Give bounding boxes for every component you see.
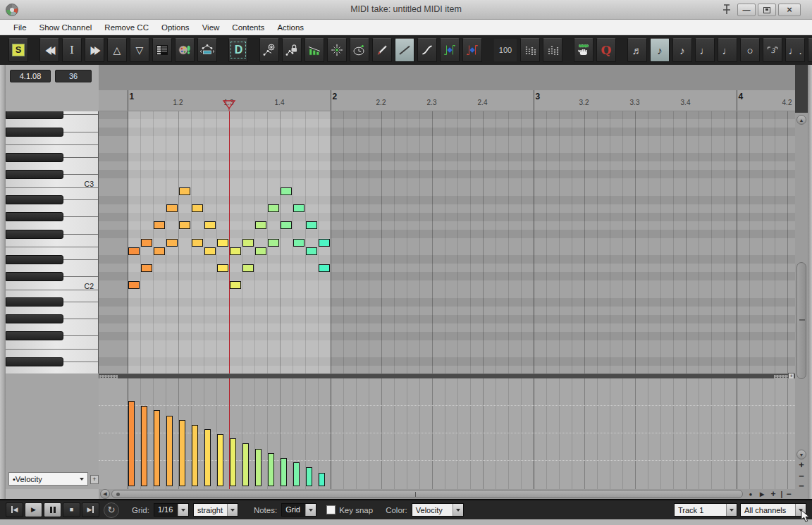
midi-wheel-button[interactable] <box>259 38 279 62</box>
note-grid-sync-button[interactable]: +▸▸ <box>808 38 812 62</box>
piano-key-white[interactable] <box>6 264 99 272</box>
channel-filter-select[interactable]: All channels <box>740 503 806 517</box>
velocity-bar[interactable] <box>128 401 135 486</box>
edit-cursor-button[interactable]: I <box>62 38 82 62</box>
playhead-marker[interactable] <box>222 99 236 111</box>
midi-note[interactable] <box>306 247 317 255</box>
piano-key-black-cap[interactable] <box>6 331 63 340</box>
piano-key-black-cap[interactable] <box>6 128 63 137</box>
scroll-up-button[interactable]: ▲ <box>796 115 806 125</box>
note-triplet-button[interactable]: 3 <box>763 38 782 62</box>
time-offset-button[interactable] <box>350 38 369 62</box>
repeat-button[interactable]: ↻ <box>104 502 119 518</box>
quantize-button[interactable]: Q <box>596 38 616 62</box>
vertical-shrink-button[interactable]: − <box>796 481 806 491</box>
add-cc-lane-button[interactable]: + <box>90 475 99 484</box>
velocity-bar[interactable] <box>179 420 185 486</box>
quantize-grid-button[interactable] <box>520 38 540 62</box>
note-grid[interactable] <box>99 111 795 373</box>
piano-key-white[interactable] <box>6 307 99 315</box>
dock-editor-button[interactable]: D <box>228 38 248 62</box>
midi-note[interactable] <box>281 187 292 195</box>
scroll-play-button[interactable]: ▶ <box>757 489 767 499</box>
minimize-button[interactable]: — <box>737 4 756 16</box>
midi-note[interactable] <box>192 204 203 212</box>
midi-note[interactable] <box>319 264 330 272</box>
midi-note[interactable] <box>166 204 178 212</box>
midi-note[interactable] <box>192 239 203 247</box>
note-length-1-button[interactable]: ○ <box>740 38 760 62</box>
line-tool-button[interactable] <box>395 38 414 62</box>
piano-key-white[interactable] <box>6 323 99 332</box>
midi-note[interactable] <box>166 239 178 247</box>
piano-key-black-cap[interactable] <box>6 297 63 307</box>
note-length-select[interactable]: Grid <box>281 503 316 517</box>
note-length-16-button[interactable]: ♪ <box>650 38 670 62</box>
marker-red-button[interactable] <box>462 38 482 62</box>
velocity-bar[interactable] <box>192 425 198 486</box>
play-button[interactable]: ▶ <box>25 502 42 517</box>
midi-note[interactable] <box>242 264 254 272</box>
grid-size-select[interactable]: 1/16 <box>154 503 189 517</box>
midi-note[interactable] <box>128 247 140 255</box>
piano-key-white[interactable] <box>6 247 99 255</box>
note-length-32-button[interactable]: ♬ <box>627 38 647 62</box>
midi-note[interactable] <box>268 239 279 247</box>
midi-note[interactable] <box>319 239 330 247</box>
menu-item-view[interactable]: View <box>196 21 226 34</box>
velocity-bar[interactable] <box>154 410 160 486</box>
piano-key-white[interactable] <box>6 187 99 196</box>
piano-key-white[interactable] <box>6 144 99 153</box>
color-mode-select[interactable]: Velocity <box>412 503 464 517</box>
scatter-notes-button[interactable] <box>327 38 347 62</box>
velocity-bar[interactable] <box>166 416 173 486</box>
piano-key-white[interactable] <box>6 290 99 298</box>
midi-note[interactable] <box>179 221 190 229</box>
piano-key-white[interactable] <box>6 119 99 128</box>
color-palette-button[interactable] <box>175 38 195 62</box>
cc-lane-select[interactable]: •Velocity <box>8 472 88 486</box>
midi-note[interactable] <box>179 187 190 195</box>
note-dotted-button[interactable]: ♩. <box>785 38 805 62</box>
close-button[interactable]: × <box>778 4 801 16</box>
velocity-bar[interactable] <box>255 449 262 486</box>
lane-divider[interactable]: + <box>99 373 795 378</box>
vertical-zoom-out-button[interactable]: − <box>796 471 806 481</box>
piano-key-black-cap[interactable] <box>6 170 63 179</box>
note-length-2-button[interactable]: ♩ <box>718 38 737 62</box>
source-s-button[interactable]: S <box>8 38 28 62</box>
midi-note[interactable] <box>128 281 140 289</box>
midi-note[interactable] <box>204 247 216 255</box>
velocity-bar[interactable] <box>319 473 325 486</box>
velocity-bar[interactable] <box>217 434 223 486</box>
piano-key-black-cap[interactable] <box>6 212 63 221</box>
midi-note[interactable] <box>141 239 152 247</box>
horizontal-zoom-out-button[interactable]: − <box>784 489 794 499</box>
piano-key-white[interactable] <box>6 136 99 144</box>
velocity-bar[interactable] <box>230 438 236 486</box>
piano-key-black-cap[interactable] <box>6 357 63 366</box>
piano-key-black-cap[interactable] <box>6 314 63 323</box>
nudge-up-button[interactable]: △ <box>107 38 127 62</box>
vertical-scrollbar[interactable]: ▲ ▼ + − − <box>795 65 808 499</box>
midi-note[interactable] <box>268 204 279 212</box>
go-to-end-button[interactable]: ▶ <box>82 502 99 517</box>
velocity-bar[interactable] <box>281 458 287 486</box>
curve-tool-button[interactable] <box>417 38 437 62</box>
note-length-4-button[interactable]: ♩ <box>695 38 715 62</box>
piano-key-white[interactable] <box>6 238 99 247</box>
timeline-ruler[interactable]: 11.21.31.422.22.32.433.23.33.444.2 <box>99 90 795 111</box>
vertical-scroll-thumb[interactable] <box>796 262 806 379</box>
step-input-button[interactable] <box>197 38 217 62</box>
piano-key-black-cap[interactable] <box>6 230 63 239</box>
pin-icon[interactable] <box>720 3 733 17</box>
quantize-swing-button[interactable] <box>543 38 562 62</box>
scroll-down-button[interactable]: ▼ <box>796 450 806 459</box>
vertical-zoom-in-button[interactable]: + <box>796 459 806 470</box>
midi-note[interactable] <box>255 247 266 255</box>
midi-note[interactable] <box>293 204 304 212</box>
piano-key-black-cap[interactable] <box>6 255 63 264</box>
menu-item-show-channel[interactable]: Show Channel <box>33 21 99 34</box>
marker-green-button[interactable] <box>440 38 460 62</box>
piano-key-black-cap[interactable] <box>6 111 63 119</box>
